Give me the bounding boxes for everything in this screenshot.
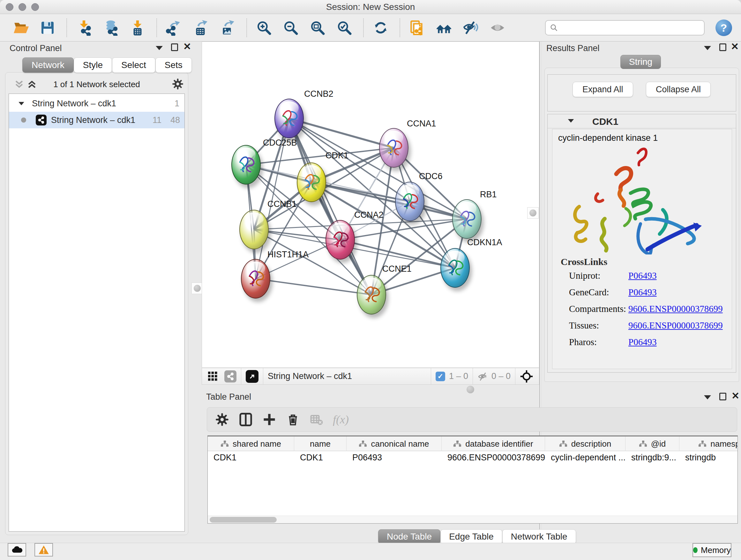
table-row[interactable]: CDK1CDK1P064939606.ENSP00000378699cyclin… xyxy=(208,451,738,464)
panel-close-icon[interactable]: ✕ xyxy=(731,43,739,51)
detach-view-icon[interactable] xyxy=(246,370,259,383)
clone-network-icon[interactable] xyxy=(409,20,425,36)
save-session-icon[interactable] xyxy=(40,20,56,36)
warnings-button[interactable] xyxy=(35,543,53,557)
node-CCNA2[interactable] xyxy=(326,220,355,260)
tab-network-table[interactable]: Network Table xyxy=(502,530,576,544)
collection-expand-icon[interactable] xyxy=(18,102,24,105)
node-CCNB1[interactable] xyxy=(239,210,269,249)
crosslink-uniprot-link[interactable]: P06493 xyxy=(628,270,657,281)
crosslink-row: Compartments:9606.ENSP00000378699 xyxy=(552,304,732,320)
gene-section-header[interactable]: CDK1 xyxy=(548,114,736,128)
expand-all-button[interactable]: Expand All xyxy=(572,82,633,97)
fit-crosshair-icon[interactable] xyxy=(520,370,533,383)
panel-float-icon[interactable] xyxy=(171,44,178,51)
node-RB1[interactable] xyxy=(452,199,482,239)
application-window: Session: New Session xyxy=(0,0,741,560)
column-header-shared-name[interactable]: shared name xyxy=(208,436,294,451)
export-image-icon[interactable] xyxy=(219,20,235,36)
open-session-icon[interactable] xyxy=(13,20,29,36)
network-collection-row[interactable]: String Network – cdk1 1 xyxy=(9,95,185,112)
column-header-description[interactable]: description xyxy=(545,436,625,451)
network-options-gear-icon[interactable] xyxy=(172,78,184,90)
column-header-namespace[interactable]: namespace xyxy=(679,436,738,451)
add-column-icon[interactable] xyxy=(262,412,277,427)
cell-id[interactable]: stringdb:9... xyxy=(625,451,679,464)
help-icon[interactable]: ? xyxy=(716,19,732,36)
table-options-gear-icon[interactable] xyxy=(215,412,229,427)
zoom-fit-icon[interactable] xyxy=(310,20,326,36)
cell-description[interactable]: cyclin-dependent ... xyxy=(545,451,625,464)
delete-column-icon[interactable] xyxy=(286,412,300,427)
import-table-file-icon[interactable] xyxy=(130,20,145,36)
node-CDKN1A[interactable] xyxy=(441,248,470,288)
refresh-layout-icon[interactable] xyxy=(373,20,389,36)
import-network-file-icon[interactable] xyxy=(76,20,92,36)
panel-menu-icon[interactable] xyxy=(156,46,163,50)
tab-string[interactable]: String xyxy=(620,55,661,69)
panel-float-icon[interactable] xyxy=(719,393,726,400)
column-header-name[interactable]: name xyxy=(294,436,347,451)
import-network-database-icon[interactable] xyxy=(103,20,119,36)
cell-name[interactable]: CDK1 xyxy=(294,451,347,464)
tab-node-table[interactable]: Node Table xyxy=(378,530,441,544)
network-birdseye-share-icon[interactable] xyxy=(224,370,237,382)
column-header-id[interactable]: @id xyxy=(625,436,679,451)
hide-details-icon[interactable] xyxy=(463,20,479,36)
panel-float-icon[interactable] xyxy=(719,44,726,51)
network-canvas[interactable]: CCNB2CCNA1CDC25BCDK1CDC6RB1CCNB1CCNA2CDK… xyxy=(202,42,539,368)
search-input[interactable] xyxy=(545,20,704,36)
left-splitter-handle[interactable] xyxy=(192,283,203,294)
gene-description: cyclin-dependent kinase 1 xyxy=(558,133,658,143)
node-CDC25B[interactable] xyxy=(231,145,261,185)
toolbar-separator xyxy=(66,18,67,37)
gene-collapse-icon[interactable] xyxy=(568,119,574,123)
panel-close-icon[interactable]: ✕ xyxy=(183,43,191,51)
tab-network[interactable]: Network xyxy=(22,57,74,73)
node-CCNB2[interactable] xyxy=(274,99,304,138)
panel-close-icon[interactable]: ✕ xyxy=(731,392,739,400)
right-splitter-handle[interactable] xyxy=(527,207,539,219)
hidden-count: 0 – 0 xyxy=(491,371,511,381)
export-network-icon[interactable] xyxy=(166,20,182,36)
crosslink-tissues-link[interactable]: 9606.ENSP00000378699 xyxy=(628,320,723,331)
zoom-out-icon[interactable] xyxy=(283,20,299,36)
cloud-status-button[interactable] xyxy=(8,543,26,557)
column-header-canonical-name[interactable]: canonical name xyxy=(347,436,442,451)
cell-canonical-name[interactable]: P06493 xyxy=(347,451,442,464)
crosslink-pharos-link[interactable]: P06493 xyxy=(628,337,657,348)
crosslink-genecard-link[interactable]: P06493 xyxy=(628,287,657,298)
network-row[interactable]: String Network – cdk1 11 48 xyxy=(9,112,185,128)
node-CCNE1[interactable] xyxy=(357,275,386,314)
tab-select[interactable]: Select xyxy=(112,57,155,73)
tab-sets[interactable]: Sets xyxy=(155,57,192,73)
panel-menu-icon[interactable] xyxy=(704,395,711,399)
cell-shared-name[interactable]: CDK1 xyxy=(208,451,294,464)
show-columns-icon[interactable] xyxy=(239,412,253,427)
scrollbar-thumb[interactable] xyxy=(210,517,277,523)
column-header-database-identifier[interactable]: database identifier xyxy=(442,436,545,451)
zoom-in-icon[interactable] xyxy=(256,20,272,36)
table-horizontal-scrollbar[interactable] xyxy=(208,516,738,523)
tab-edge-table[interactable]: Edge Table xyxy=(441,530,502,544)
function-builder-icon: f(x) xyxy=(333,413,349,426)
panel-menu-icon[interactable] xyxy=(704,46,711,50)
node-CDK1[interactable] xyxy=(297,163,326,202)
main-toolbar: ? xyxy=(0,14,741,42)
selected-checkbox-icon[interactable]: ✓ xyxy=(435,372,445,381)
home-views-icon[interactable] xyxy=(436,20,452,36)
tab-style[interactable]: Style xyxy=(74,57,112,73)
node-CCNA1[interactable] xyxy=(379,128,408,168)
cell-database-identifier[interactable]: 9606.ENSP00000378699 xyxy=(442,451,545,464)
collapse-all-button[interactable]: Collapse All xyxy=(646,82,711,97)
cell-namespace[interactable]: stringdb xyxy=(679,451,738,464)
export-table-icon[interactable] xyxy=(193,20,209,36)
node-HIST1H1A[interactable] xyxy=(241,259,270,299)
node-CDC6[interactable] xyxy=(395,182,424,221)
memory-button[interactable]: Memory xyxy=(692,543,731,557)
crosslink-compartments-link[interactable]: 9606.ENSP00000378699 xyxy=(628,304,723,314)
zoom-selected-icon[interactable] xyxy=(336,20,352,36)
grid-view-icon[interactable] xyxy=(207,371,219,382)
string-network-icon xyxy=(36,115,47,125)
show-details-icon[interactable] xyxy=(489,20,506,36)
